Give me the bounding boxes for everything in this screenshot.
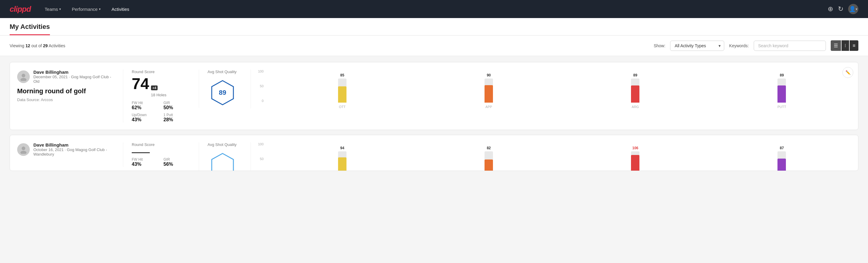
bar-arg-2: 106 ARG: [566, 146, 704, 171]
bar-putt-value-2: 87: [780, 146, 784, 150]
add-icon[interactable]: ⊕: [828, 5, 833, 13]
fw-hit-metric: FW Hit 62%: [132, 101, 158, 111]
gir-metric: GIR 50%: [164, 101, 189, 111]
bar-arg-track-2: [631, 151, 640, 171]
user-icon: 👤: [849, 6, 856, 12]
hexagon-container: 89: [208, 78, 238, 108]
navbar-right: ⊕ ↻ 👤 ▾: [828, 4, 858, 14]
nav-items: Teams ▾ Performance ▾ Activities: [40, 4, 818, 14]
search-input[interactable]: [754, 40, 826, 51]
bar-ott-fill: [338, 86, 346, 103]
bar-app-fill: [485, 85, 493, 103]
data-source: Data Source: Arccos: [17, 97, 114, 102]
user-details-2: Dave Billingham October 16, 2021 · Gog M…: [33, 142, 114, 156]
metrics-grid-2: FW Hit 43% GIR 56%: [132, 157, 189, 167]
nav-teams[interactable]: Teams ▾: [40, 4, 65, 14]
hex-score: 89: [219, 89, 226, 96]
stats-section: Round Score 74 +4 18 Holes FW Hit 62%: [123, 69, 189, 122]
avg-shot-quality-label: Avg Shot Quality: [208, 69, 237, 74]
bar-putt-2: 87 PUTT: [713, 146, 851, 171]
gir-label-2: GIR: [164, 157, 189, 162]
bar-putt-value: 89: [780, 73, 784, 77]
svg-point-1: [21, 78, 27, 81]
user-avatar-2: [17, 143, 30, 156]
bar-arg-track: [631, 79, 640, 103]
bar-app-track: [485, 79, 493, 103]
bar-putt-track: [777, 79, 786, 103]
chart-section: 100 50 0 85 OTT 90: [251, 69, 851, 109]
bar-ott-2: 94 OTT: [273, 146, 411, 171]
user-avatar: [17, 70, 30, 83]
fw-hit-label-2: FW Hit: [132, 157, 158, 162]
bar-putt-fill: [777, 85, 786, 103]
performance-chevron-icon: ▾: [99, 7, 101, 11]
avatar[interactable]: 👤 ▾: [848, 4, 858, 14]
card-left-2: Dave Billingham October 16, 2021 · Gog M…: [17, 142, 114, 160]
activity-count: Viewing 12 out of 29 Activities: [10, 43, 649, 48]
bar-ott-fill-2: [338, 157, 346, 171]
activity-type-select-wrapper: All Activity Types: [670, 40, 724, 51]
svg-marker-5: [212, 153, 234, 171]
user-date: December 05, 2021 · Gog Magog Golf Club …: [33, 75, 114, 84]
score-badge: +4: [151, 85, 158, 90]
bar-putt-track-2: [777, 151, 786, 171]
score-holes: 18 Holes: [151, 93, 166, 97]
score-row-group: 74 +4 18 Holes: [132, 76, 189, 97]
bar-app-value-2: 82: [487, 146, 491, 150]
chart-y-labels: 100 50 0: [258, 69, 264, 109]
quality-section: Avg Shot Quality 89: [199, 69, 241, 108]
refresh-icon[interactable]: ↻: [838, 5, 843, 13]
svg-point-0: [22, 74, 25, 77]
chart-area-2: 100 50 0 94 OTT 82: [258, 142, 851, 171]
nav-activities[interactable]: Activities: [107, 4, 133, 14]
bar-ott-track: [338, 79, 346, 103]
hexagon: 89: [209, 80, 236, 106]
list-view-toggle[interactable]: ☰: [831, 40, 841, 51]
bar-arg-label: ARG: [631, 105, 639, 109]
teams-chevron-icon: ▾: [59, 7, 61, 11]
chart-bars: 85 OTT 90 APP: [273, 69, 851, 109]
activity-type-select[interactable]: All Activity Types: [670, 40, 724, 51]
oneputt-value: 28%: [164, 117, 189, 122]
user-name: Dave Billingham: [33, 69, 114, 75]
updown-metric: Up/Down 43%: [132, 113, 158, 122]
score-row-2: [132, 149, 189, 153]
activity-card: ✏️ Dave Billingham December 05, 2021 · G…: [10, 62, 858, 130]
bar-app-fill-2: [485, 159, 493, 171]
hexagon-2: [209, 152, 236, 171]
card-left: Dave Billingham December 05, 2021 · Gog …: [17, 69, 114, 102]
bar-ott-label: OTT: [339, 105, 346, 109]
app-logo[interactable]: clippd: [10, 4, 31, 14]
gir-metric-2: GIR 56%: [164, 157, 189, 167]
svg-point-4: [21, 151, 27, 154]
bar-app: 90 APP: [420, 73, 558, 109]
hexagon-container-2: [208, 150, 238, 171]
round-score-label: Round Score: [132, 69, 189, 74]
chart-y-labels-2: 100 50 0: [258, 142, 264, 171]
user-details: Dave Billingham December 05, 2021 · Gog …: [33, 69, 114, 84]
grid-view-toggle[interactable]: ⁝: [841, 40, 849, 51]
fw-hit-value: 62%: [132, 105, 158, 111]
score-num-row: 74 +4 18 Holes: [132, 76, 166, 97]
nav-performance[interactable]: Performance ▾: [68, 4, 105, 14]
bar-arg-value: 89: [633, 73, 637, 77]
compact-view-toggle[interactable]: ≡: [850, 40, 858, 51]
bar-app-value: 90: [487, 73, 491, 77]
oneputt-metric: 1 Putt 28%: [164, 113, 189, 122]
activity-card-2: Dave Billingham October 16, 2021 · Gog M…: [10, 135, 858, 171]
score-col: 74 +4 18 Holes: [132, 76, 166, 97]
round-score-label-2: Round Score: [132, 142, 189, 147]
quality-section-2: Avg Shot Quality: [199, 142, 241, 171]
metrics-grid: FW Hit 62% GIR 50% Up/Down 43% 1 Putt 28…: [132, 101, 189, 122]
avg-shot-quality-label-2: Avg Shot Quality: [208, 142, 237, 147]
bar-app-track-2: [485, 151, 493, 171]
bar-ott-value-2: 94: [340, 146, 344, 150]
bar-arg-value-2: 106: [632, 146, 638, 150]
stats-section-2: Round Score FW Hit 43% GIR 56%: [123, 142, 189, 167]
filter-bar: Viewing 12 out of 29 Activities Show: Al…: [0, 35, 868, 56]
bar-arg: 89 ARG: [566, 73, 704, 109]
show-label: Show:: [654, 43, 665, 48]
navbar: clippd Teams ▾ Performance ▾ Activities …: [0, 0, 868, 18]
bar-ott: 85 OTT: [273, 73, 411, 109]
bar-ott-value: 85: [340, 73, 344, 77]
